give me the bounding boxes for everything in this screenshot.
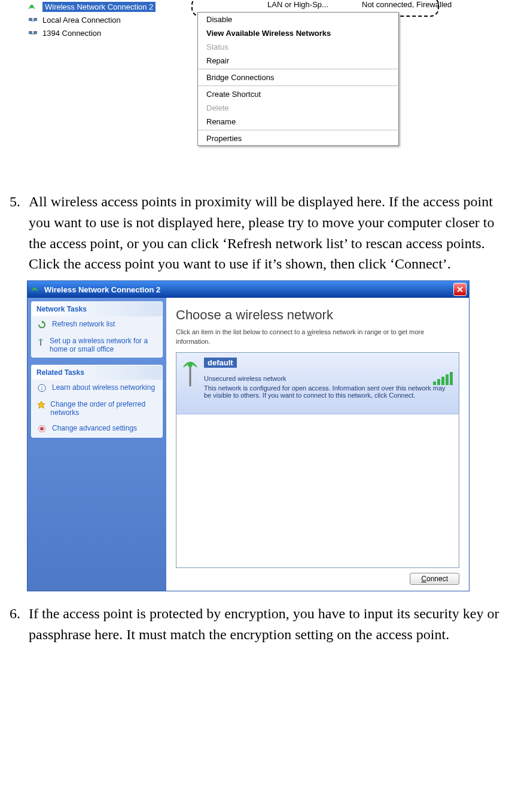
network-ssid: default [204,358,237,368]
network-tasks-box: Network Tasks Refresh network list Set u… [31,301,163,358]
main-panel: Choose a wireless network Click an item … [166,298,469,591]
antenna-icon [180,358,200,387]
menu-separator [199,86,398,86]
menu-item-status: Status [198,40,398,54]
task-advanced-settings[interactable]: Change advanced settings [32,420,162,437]
task-label: Change the order of preferred networks [50,400,157,417]
task-label: Change advanced settings [52,424,137,432]
close-button[interactable] [453,283,467,296]
main-heading: Choose a wireless network [176,307,459,323]
task-label: Learn about wireless networking [52,383,155,392]
network-connections-screenshot: Wireless Network Connection 2 Local Area… [27,0,481,179]
menu-item-repair[interactable]: Repair [198,54,398,68]
side-panel: Network Tasks Refresh network list Set u… [28,298,166,591]
step-text: If the access point is protected by encr… [29,603,500,645]
menu-separator [199,69,398,69]
antenna-icon [36,337,45,346]
svg-text:i: i [41,385,43,392]
star-icon [36,400,45,410]
connection-name: Local Area Connection [42,16,121,25]
task-change-order[interactable]: Change the order of preferred networks [32,396,162,420]
related-tasks-box: Related Tasks i Learn about wireless net… [31,365,163,438]
lan-icon [27,28,39,38]
network-tasks-header: Network Tasks [32,302,162,316]
wireless-dialog-screenshot: Wireless Network Connection 2 Network Ta… [27,280,470,591]
menu-item-view-wireless[interactable]: View Available Wireless Networks [198,26,398,40]
window-title: Wireless Network Connection 2 [44,285,160,294]
svg-rect-5 [33,31,37,34]
network-list[interactable]: default Unsecured wireless network This … [176,352,459,568]
instruction-step-5: 5. All wireless access points in proximi… [0,179,506,280]
svg-point-14 [40,427,44,431]
svg-rect-1 [29,18,32,21]
connection-name: Wireless Network Connection 2 [42,2,156,12]
instruction-step-6: 6. If the access point is protected by e… [0,591,506,651]
menu-item-properties[interactable]: Properties [198,132,398,145]
svg-marker-13 [38,401,45,408]
refresh-icon [36,320,47,329]
network-note: This network is configured for open acce… [204,384,453,399]
step-text: All wireless access points in proximity … [29,191,500,274]
related-tasks-header: Related Tasks [32,365,162,380]
gear-icon [36,424,47,434]
menu-item-delete: Delete [198,101,398,115]
context-menu: Disable View Available Wireless Networks… [197,12,399,146]
network-security: Unsecured wireless network [204,375,453,382]
menu-item-create-shortcut[interactable]: Create Shortcut [198,87,398,101]
menu-separator [199,130,398,130]
titlebar[interactable]: Wireless Network Connection 2 [28,281,469,298]
task-label: Set up a wireless network for a home or … [50,337,157,353]
network-item-default[interactable]: default Unsecured wireless network This … [176,353,459,414]
task-learn-wireless[interactable]: i Learn about wireless networking [32,380,162,396]
connection-name: 1394 Connection [42,29,101,38]
step-number: 5. [2,191,20,274]
svg-rect-2 [33,18,37,21]
svg-rect-4 [29,31,32,34]
menu-item-disable[interactable]: Disable [198,13,398,26]
info-icon: i [36,383,47,393]
connection-row-1394[interactable]: 1394 Connection [27,26,156,39]
main-subtext: Click an item in the list below to conne… [176,328,459,346]
task-label: Refresh network list [52,320,115,328]
connection-row-wireless[interactable]: Wireless Network Connection 2 [27,0,156,13]
connection-row-lan[interactable]: Local Area Connection [27,13,156,26]
wireless-icon [27,2,39,11]
step-number: 6. [2,603,20,645]
task-setup-wireless[interactable]: Set up a wireless network for a home or … [32,333,162,357]
connect-button[interactable]: Connect [410,573,459,585]
task-refresh-network-list[interactable]: Refresh network list [32,316,162,333]
signal-strength-icon [433,373,453,385]
menu-item-bridge[interactable]: Bridge Connections [198,71,398,84]
wireless-icon [31,285,41,295]
menu-item-rename[interactable]: Rename [198,115,398,129]
lan-icon [27,15,39,25]
